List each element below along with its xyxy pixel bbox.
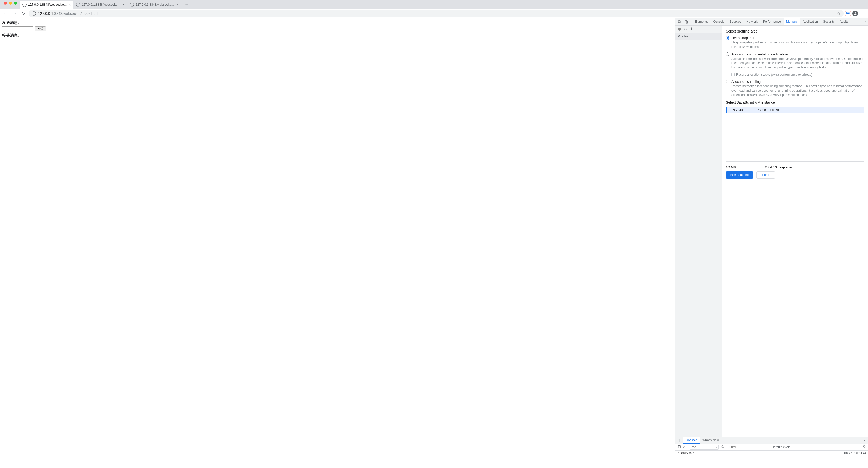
console-drawer: ⋮ Console What's New × ⊘ top (675, 437, 868, 468)
close-window-icon[interactable] (4, 2, 7, 5)
chrome-menu-icon[interactable]: ⋮ (860, 11, 866, 16)
devtools-close-icon[interactable]: × (864, 20, 866, 24)
devtools-tabbar: Elements Console Sources Network Perform… (675, 18, 868, 26)
live-expression-icon[interactable] (721, 445, 724, 449)
recv-heading: 接受消息: (2, 33, 673, 38)
globe-icon (130, 3, 134, 7)
vm-instance-row[interactable]: 3.2 MB 127.0.0.1:8848 (726, 107, 864, 113)
heap-size-value: 3.2 MB (726, 166, 765, 169)
send-heading: 发送消息: (2, 20, 673, 25)
console-prompt[interactable]: › (675, 456, 868, 460)
reload-button[interactable]: ⟳ (20, 11, 27, 16)
browser-tab-2[interactable]: 127.0.0.1:8848/websocket/inde × (73, 1, 127, 9)
tab-sources[interactable]: Sources (727, 18, 744, 25)
tab-title: 127.0.0.1:8848/websocket/inde (28, 3, 67, 6)
memory-footer: 3.2 MB Total JS heap size Take snapshot … (722, 163, 868, 181)
profiles-sidebar: ⊘ Profiles (675, 26, 722, 437)
tab-memory[interactable]: Memory (784, 18, 800, 25)
radio-allocation-sampling[interactable]: Allocation sampling (726, 80, 864, 83)
console-settings-icon[interactable] (862, 445, 866, 449)
page-content: 发送消息: 发送 接受消息: (0, 18, 675, 468)
console-sidebar-toggle-icon[interactable] (677, 445, 681, 449)
new-tab-button[interactable]: + (183, 2, 190, 9)
drawer-tab-console[interactable]: Console (683, 437, 700, 443)
bookmark-icon[interactable]: ☆ (837, 11, 840, 16)
tab-security[interactable]: Security (820, 18, 837, 25)
record-icon[interactable] (678, 28, 681, 31)
clear-console-icon[interactable]: ⊘ (683, 445, 686, 449)
radio-allocation-timeline[interactable]: Allocation instrumentation on timeline (726, 52, 864, 56)
clear-icon[interactable]: ⊘ (684, 27, 687, 31)
radio-icon (726, 36, 730, 40)
tab-elements[interactable]: Elements (692, 18, 710, 25)
delete-icon[interactable] (690, 27, 693, 31)
browser-tab-3[interactable]: 127.0.0.1:8848/websocket/inde × (127, 1, 181, 9)
profiles-heading[interactable]: Profiles (675, 33, 722, 40)
device-toggle-icon[interactable] (683, 18, 690, 25)
svg-rect-4 (678, 445, 681, 448)
tab-title: 127.0.0.1:8848/websocket/inde (82, 3, 121, 6)
checkbox-icon (732, 73, 735, 76)
filter-input[interactable] (729, 445, 768, 449)
heap-size-label: Total JS heap size (765, 166, 792, 169)
log-levels-selector[interactable]: Default levels (770, 445, 799, 449)
profiling-type-heading: Select profiling type (726, 29, 864, 33)
log-source-link[interactable]: index.html:22 (843, 451, 866, 455)
window-controls (2, 2, 20, 7)
vm-instance-heading: Select JavaScript VM instance (726, 100, 864, 104)
tab-application[interactable]: Application (800, 18, 820, 25)
load-button[interactable]: Load (756, 171, 775, 178)
tab-network[interactable]: Network (744, 18, 761, 25)
log-message: 连接建立成功 (677, 451, 843, 455)
radio-icon (726, 80, 730, 83)
inspect-icon[interactable] (676, 18, 683, 25)
tab-audits[interactable]: Audits (837, 18, 851, 25)
back-button[interactable]: ← (2, 11, 9, 16)
tab-divider (182, 2, 182, 7)
omnibox[interactable]: i 127.0.0.1:8848/websocket/index.html ☆ (29, 10, 843, 17)
radio-desc: Record memory allocations using sampling… (732, 84, 864, 97)
message-input[interactable] (2, 26, 33, 32)
drawer-menu-icon[interactable]: ⋮ (676, 437, 683, 443)
vm-instance-list: 3.2 MB 127.0.0.1:8848 (726, 107, 864, 162)
devtools-panel: Elements Console Sources Network Perform… (675, 18, 868, 468)
svg-point-0 (855, 12, 856, 13)
extension-icon[interactable]: FE (845, 11, 851, 16)
close-tab-icon[interactable]: × (69, 3, 71, 6)
radio-icon (726, 52, 730, 56)
console-log-row: 连接建立成功 index.html:22 (675, 450, 868, 456)
radio-desc: Heap snapshot profiles show memory distr… (732, 40, 864, 49)
tab-console[interactable]: Console (710, 18, 727, 25)
tab-strip: 127.0.0.1:8848/websocket/inde × 127.0.0.… (0, 0, 868, 9)
checkbox-record-stacks[interactable]: Record allocation stacks (extra performa… (732, 73, 864, 76)
forward-button[interactable]: → (11, 11, 18, 16)
profile-avatar-icon[interactable] (852, 11, 858, 16)
minimize-window-icon[interactable] (9, 2, 12, 5)
take-snapshot-button[interactable]: Take snapshot (726, 171, 753, 178)
maximize-window-icon[interactable] (14, 2, 17, 5)
address-bar: ← → ⟳ i 127.0.0.1:8848/websocket/index.h… (0, 9, 868, 18)
radio-heap-snapshot[interactable]: Heap snapshot (726, 36, 864, 40)
globe-icon (22, 3, 27, 7)
drawer-tab-whats-new[interactable]: What's New (700, 437, 722, 443)
send-button[interactable]: 发送 (35, 26, 46, 32)
tab-title: 127.0.0.1:8848/websocket/inde (135, 3, 175, 6)
close-tab-icon[interactable]: × (122, 3, 125, 6)
url-display: 127.0.0.1:8848/websocket/index.html (38, 11, 98, 15)
browser-tab-1[interactable]: 127.0.0.1:8848/websocket/inde × (20, 1, 73, 9)
radio-desc: Allocation timelines show instrumented J… (732, 57, 864, 70)
close-tab-icon[interactable]: × (176, 3, 178, 6)
devtools-menu-icon[interactable]: ⋮ (859, 20, 862, 24)
site-info-icon[interactable]: i (32, 11, 36, 15)
globe-icon (76, 3, 80, 7)
tab-performance[interactable]: Performance (761, 18, 784, 25)
context-selector[interactable]: top (690, 445, 719, 449)
drawer-close-icon[interactable]: × (861, 437, 868, 443)
svg-point-6 (722, 446, 723, 447)
